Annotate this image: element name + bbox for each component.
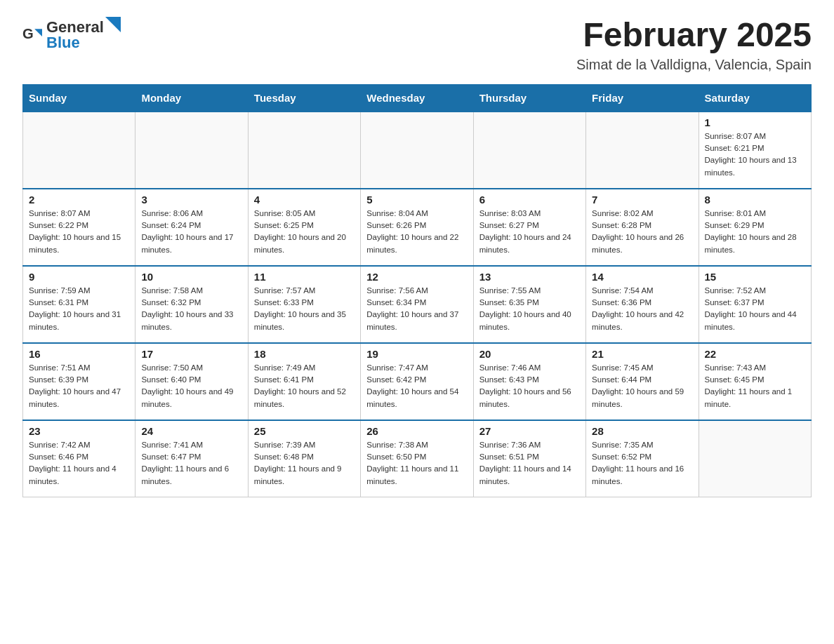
calendar-cell-w5-d7 [699,420,811,497]
calendar-cell-w4-d2: 17Sunrise: 7:50 AMSunset: 6:40 PMDayligh… [135,343,248,420]
header-tuesday: Tuesday [248,84,360,112]
calendar-cell-w2-d3: 4Sunrise: 8:05 AMSunset: 6:25 PMDaylight… [248,189,360,266]
logo-blue-text: Blue [46,34,80,51]
day-info: Sunrise: 8:07 AMSunset: 6:22 PMDaylight:… [29,208,129,256]
day-number: 27 [479,425,580,437]
calendar-cell-w1-d5 [473,112,585,189]
calendar-cell-w5-d5: 27Sunrise: 7:36 AMSunset: 6:51 PMDayligh… [473,420,585,497]
calendar-cell-w4-d1: 16Sunrise: 7:51 AMSunset: 6:39 PMDayligh… [23,343,135,420]
week-row-3: 9Sunrise: 7:59 AMSunset: 6:31 PMDaylight… [23,266,812,343]
day-number: 14 [592,271,692,283]
day-number: 20 [479,348,580,360]
day-number: 6 [479,194,580,206]
calendar-cell-w1-d4 [361,112,473,189]
week-row-1: 1Sunrise: 8:07 AMSunset: 6:21 PMDaylight… [23,112,812,189]
day-info: Sunrise: 7:42 AMSunset: 6:46 PMDaylight:… [29,439,129,488]
day-number: 12 [366,271,467,283]
day-number: 10 [141,271,241,283]
calendar-cell-w2-d5: 6Sunrise: 8:03 AMSunset: 6:27 PMDaylight… [473,189,585,266]
calendar-cell-w5-d1: 23Sunrise: 7:42 AMSunset: 6:46 PMDayligh… [23,420,135,497]
day-number: 16 [29,348,129,360]
day-number: 15 [705,271,805,283]
day-info: Sunrise: 7:46 AMSunset: 6:43 PMDaylight:… [479,362,580,410]
day-number: 24 [141,425,241,437]
day-info: Sunrise: 7:51 AMSunset: 6:39 PMDaylight:… [29,362,129,410]
day-number: 17 [141,348,241,360]
day-number: 21 [592,348,692,360]
day-info: Sunrise: 8:07 AMSunset: 6:21 PMDaylight:… [705,130,805,179]
day-info: Sunrise: 8:01 AMSunset: 6:29 PMDaylight:… [705,208,805,256]
day-info: Sunrise: 7:35 AMSunset: 6:52 PMDaylight:… [592,439,692,488]
day-info: Sunrise: 7:39 AMSunset: 6:48 PMDaylight:… [254,439,355,488]
day-number: 19 [366,348,467,360]
calendar-cell-w4-d5: 20Sunrise: 7:46 AMSunset: 6:43 PMDayligh… [473,343,585,420]
day-number: 2 [29,194,129,206]
day-number: 26 [366,425,467,437]
day-info: Sunrise: 7:47 AMSunset: 6:42 PMDaylight:… [366,362,467,410]
calendar-cell-w3-d1: 9Sunrise: 7:59 AMSunset: 6:31 PMDaylight… [23,266,135,343]
calendar-cell-w3-d7: 15Sunrise: 7:52 AMSunset: 6:37 PMDayligh… [699,266,811,343]
calendar-cell-w4-d3: 18Sunrise: 7:49 AMSunset: 6:41 PMDayligh… [248,343,360,420]
day-info: Sunrise: 8:02 AMSunset: 6:28 PMDaylight:… [592,208,692,256]
day-number: 28 [592,425,692,437]
day-number: 11 [254,271,355,283]
week-row-5: 23Sunrise: 7:42 AMSunset: 6:46 PMDayligh… [23,420,812,497]
day-info: Sunrise: 7:58 AMSunset: 6:32 PMDaylight:… [141,285,241,333]
day-number: 23 [29,425,129,437]
svg-marker-2 [105,17,121,32]
week-row-2: 2Sunrise: 8:07 AMSunset: 6:22 PMDaylight… [23,189,812,266]
logo-wordmark: General Blue [46,17,121,52]
calendar-cell-w2-d1: 2Sunrise: 8:07 AMSunset: 6:22 PMDaylight… [23,189,135,266]
day-info: Sunrise: 7:54 AMSunset: 6:36 PMDaylight:… [592,285,692,333]
day-info: Sunrise: 7:55 AMSunset: 6:35 PMDaylight:… [479,285,580,333]
day-info: Sunrise: 8:06 AMSunset: 6:24 PMDaylight:… [141,208,241,256]
day-info: Sunrise: 7:59 AMSunset: 6:31 PMDaylight:… [29,285,129,333]
location-subtitle: Simat de la Valldigna, Valencia, Spain [576,57,812,73]
day-info: Sunrise: 7:36 AMSunset: 6:51 PMDaylight:… [479,439,580,488]
day-number: 9 [29,271,129,283]
day-info: Sunrise: 7:56 AMSunset: 6:34 PMDaylight:… [366,285,467,333]
page-header: G General Blue February 2025 Simat de la… [22,17,812,73]
calendar-cell-w3-d2: 10Sunrise: 7:58 AMSunset: 6:32 PMDayligh… [135,266,248,343]
day-number: 22 [705,348,805,360]
calendar-cell-w5-d4: 26Sunrise: 7:38 AMSunset: 6:50 PMDayligh… [361,420,473,497]
calendar-cell-w1-d6 [586,112,699,189]
day-number: 18 [254,348,355,360]
calendar-table: Sunday Monday Tuesday Wednesday Thursday… [22,84,812,498]
calendar-cell-w2-d7: 8Sunrise: 8:01 AMSunset: 6:29 PMDaylight… [699,189,811,266]
svg-marker-1 [34,29,42,36]
calendar-cell-w1-d1 [23,112,135,189]
logo: G General Blue [22,17,121,52]
day-info: Sunrise: 7:50 AMSunset: 6:40 PMDaylight:… [141,362,241,410]
day-info: Sunrise: 8:05 AMSunset: 6:25 PMDaylight:… [254,208,355,256]
calendar-cell-w5-d6: 28Sunrise: 7:35 AMSunset: 6:52 PMDayligh… [586,420,699,497]
title-section: February 2025 Simat de la Valldigna, Val… [576,17,812,73]
day-info: Sunrise: 7:38 AMSunset: 6:50 PMDaylight:… [366,439,467,488]
logo-icon: G [22,25,42,44]
calendar-cell-w3-d4: 12Sunrise: 7:56 AMSunset: 6:34 PMDayligh… [361,266,473,343]
calendar-cell-w4-d4: 19Sunrise: 7:47 AMSunset: 6:42 PMDayligh… [361,343,473,420]
week-row-4: 16Sunrise: 7:51 AMSunset: 6:39 PMDayligh… [23,343,812,420]
day-info: Sunrise: 8:03 AMSunset: 6:27 PMDaylight:… [479,208,580,256]
day-number: 3 [141,194,241,206]
calendar-cell-w3-d3: 11Sunrise: 7:57 AMSunset: 6:33 PMDayligh… [248,266,360,343]
day-number: 5 [366,194,467,206]
calendar-cell-w3-d6: 14Sunrise: 7:54 AMSunset: 6:36 PMDayligh… [586,266,699,343]
logo-triangle [105,17,121,32]
calendar-cell-w4-d7: 22Sunrise: 7:43 AMSunset: 6:45 PMDayligh… [699,343,811,420]
header-thursday: Thursday [473,84,585,112]
weekday-header-row: Sunday Monday Tuesday Wednesday Thursday… [23,84,812,112]
calendar-cell-w2-d2: 3Sunrise: 8:06 AMSunset: 6:24 PMDaylight… [135,189,248,266]
month-title: February 2025 [576,17,812,54]
day-info: Sunrise: 7:49 AMSunset: 6:41 PMDaylight:… [254,362,355,410]
day-info: Sunrise: 7:45 AMSunset: 6:44 PMDaylight:… [592,362,692,410]
calendar-cell-w2-d4: 5Sunrise: 8:04 AMSunset: 6:26 PMDaylight… [361,189,473,266]
header-monday: Monday [135,84,248,112]
calendar-cell-w4-d6: 21Sunrise: 7:45 AMSunset: 6:44 PMDayligh… [586,343,699,420]
day-info: Sunrise: 8:04 AMSunset: 6:26 PMDaylight:… [366,208,467,256]
day-info: Sunrise: 7:43 AMSunset: 6:45 PMDaylight:… [705,362,805,410]
day-info: Sunrise: 7:52 AMSunset: 6:37 PMDaylight:… [705,285,805,333]
day-number: 4 [254,194,355,206]
day-number: 1 [705,116,805,128]
svg-text:G: G [22,26,34,41]
